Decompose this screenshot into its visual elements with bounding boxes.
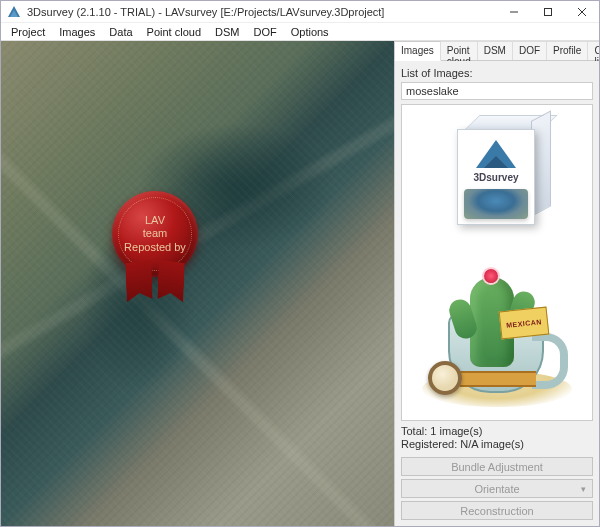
image-stats: Total: 1 image(s) Registered: N/A image(…	[401, 421, 593, 453]
seal-text: LAV team Reposted by	[124, 214, 186, 254]
tab-contour-lines[interactable]: Contour lines	[588, 41, 599, 60]
list-of-images-label: List of Images:	[401, 67, 593, 79]
flower-icon	[484, 269, 498, 283]
bundle-adjustment-button[interactable]: Bundle Adjustment	[401, 457, 593, 476]
titlebar: 3Dsurvey (2.1.10 - TRIAL) - LAVsurvey [E…	[1, 1, 599, 23]
image-preview-area[interactable]: 3Dsurvey MEXICAN	[401, 104, 593, 421]
window-controls	[497, 1, 599, 23]
tab-dof[interactable]: DOF	[513, 41, 547, 60]
side-panel: Images Point cloud DSM DOF Profile Conto…	[394, 41, 599, 526]
menubar: Project Images Data Point cloud DSM DOF …	[1, 23, 599, 41]
content-area: LAV team Reposted by Images Point cloud …	[1, 41, 599, 526]
cactus-illustration: MEXICAN	[422, 237, 572, 407]
product-box-thumbnail: 3Dsurvey	[437, 111, 557, 231]
tab-dsm[interactable]: DSM	[478, 41, 513, 60]
seal-ribbon-right	[157, 259, 185, 302]
side-tabs: Images Point cloud DSM DOF Profile Conto…	[395, 41, 599, 61]
triangle-logo-icon	[476, 140, 516, 168]
tambourine-icon	[428, 361, 462, 395]
registered-images-label: Registered: N/A image(s)	[401, 438, 593, 450]
minimize-button[interactable]	[497, 1, 531, 23]
reconstruction-button[interactable]: Reconstruction	[401, 501, 593, 520]
tab-images[interactable]: Images	[395, 41, 441, 61]
wax-seal-overlay: LAV team Reposted by	[112, 191, 198, 277]
menu-data[interactable]: Data	[103, 24, 138, 40]
menu-project[interactable]: Project	[5, 24, 51, 40]
menu-point-cloud[interactable]: Point cloud	[141, 24, 207, 40]
tab-profile[interactable]: Profile	[547, 41, 588, 60]
images-panel: List of Images: moseslake 3Dsurvey	[395, 61, 599, 457]
selected-image-entry[interactable]: moseslake	[401, 82, 593, 100]
close-button[interactable]	[565, 1, 599, 23]
app-icon	[7, 5, 21, 19]
chevron-down-icon: ▾	[581, 484, 586, 494]
tab-point-cloud[interactable]: Point cloud	[441, 41, 478, 60]
mexican-sign: MEXICAN	[499, 307, 550, 340]
svg-rect-1	[545, 8, 552, 15]
window-title: 3Dsurvey (2.1.10 - TRIAL) - LAVsurvey [E…	[27, 6, 497, 18]
action-buttons: Bundle Adjustment Orientate▾ Reconstruct…	[395, 457, 599, 526]
box-brand-label: 3Dsurvey	[473, 172, 518, 183]
total-images-label: Total: 1 image(s)	[401, 425, 593, 437]
menu-images[interactable]: Images	[53, 24, 101, 40]
orientate-button[interactable]: Orientate▾	[401, 479, 593, 498]
menu-dsm[interactable]: DSM	[209, 24, 245, 40]
menu-options[interactable]: Options	[285, 24, 335, 40]
aerial-viewport[interactable]: LAV team Reposted by	[1, 41, 394, 526]
menu-dof[interactable]: DOF	[247, 24, 282, 40]
app-window: 3Dsurvey (2.1.10 - TRIAL) - LAVsurvey [E…	[0, 0, 600, 527]
maximize-button[interactable]	[531, 1, 565, 23]
seal-ribbon-left	[125, 259, 153, 302]
terrain-icon	[464, 189, 528, 219]
